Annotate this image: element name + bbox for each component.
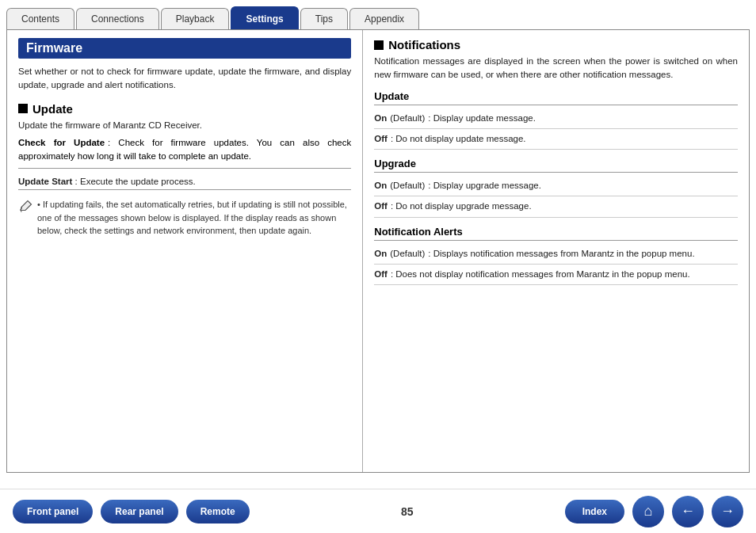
- main-content: Firmware Set whether or not to check for…: [6, 29, 750, 473]
- upgrade-on-row: On (Default) : Display upgrade message.: [374, 176, 738, 196]
- notif-on-label: On: [374, 247, 387, 261]
- update-desc: Update the firmware of Marantz CD Receiv…: [18, 120, 351, 130]
- upgrade-on-desc: : Display upgrade message.: [428, 179, 541, 192]
- upgrade-off-label: Off: [374, 200, 388, 213]
- update-on-label: On: [374, 112, 387, 125]
- upgrade-subsection-heading: Upgrade: [374, 158, 738, 173]
- notif-alerts-subsection-heading: Notification Alerts: [374, 226, 738, 241]
- notif-on-default: (Default): [390, 247, 425, 261]
- notif-off-label: Off: [374, 268, 388, 281]
- pencil-icon: [18, 200, 32, 214]
- update-start-row: Update Start : Execute the update proces…: [18, 173, 351, 190]
- notif-on-desc: : Displays notification messages from Ma…: [428, 247, 694, 261]
- notif-heading-square: [374, 40, 384, 50]
- note-text: • If updating fails, the set automatical…: [37, 198, 351, 238]
- update-heading: Update: [18, 102, 351, 116]
- update-on-row: On (Default) : Display update message.: [374, 109, 738, 129]
- page-number: 85: [258, 505, 557, 518]
- bottom-nav: Front panel Rear panel Remote 85 Index ⌂…: [0, 489, 756, 533]
- update-subsection-heading: Update: [374, 90, 738, 105]
- firmware-intro: Set whether or not to check for firmware…: [18, 65, 351, 93]
- note-section: • If updating fails, the set automatical…: [18, 198, 351, 238]
- notif-on-row: On (Default) : Displays notification mes…: [374, 244, 738, 265]
- update-off-label: Off: [374, 132, 388, 146]
- front-panel-button[interactable]: Front panel: [13, 500, 93, 523]
- remote-button[interactable]: Remote: [186, 500, 250, 523]
- notifications-intro: Notification messages are displayed in t…: [374, 55, 738, 82]
- right-panel: Notifications Notification messages are …: [363, 30, 749, 472]
- back-button[interactable]: ←: [672, 496, 704, 527]
- update-heading-text: Update: [32, 102, 73, 116]
- left-panel: Firmware Set whether or not to check for…: [7, 30, 363, 472]
- home-icon: ⌂: [644, 503, 653, 520]
- update-start-label: Update Start: [18, 177, 72, 186]
- update-on-default: (Default): [390, 112, 425, 125]
- check-update-block: Check for Update: Check for firmware upd…: [18, 136, 351, 169]
- forward-icon: →: [720, 503, 735, 520]
- firmware-title: Firmware: [18, 38, 351, 59]
- upgrade-off-row: Off : Do not display upgrade message.: [374, 196, 738, 217]
- tab-settings[interactable]: Settings: [231, 6, 298, 29]
- notif-off-row: Off : Does not display notification mess…: [374, 265, 738, 285]
- heading-square: [18, 104, 28, 113]
- notif-off-desc: : Does not display notification messages…: [391, 268, 690, 281]
- upgrade-off-desc: : Do not display upgrade message.: [391, 200, 532, 213]
- nav-tabs: Contents Connections Playback Settings T…: [0, 0, 756, 29]
- index-button[interactable]: Index: [565, 500, 624, 523]
- back-icon: ←: [681, 503, 695, 520]
- notifications-heading-text: Notifications: [388, 38, 460, 51]
- update-off-desc: : Do not display update message.: [391, 132, 526, 146]
- upgrade-on-label: On: [374, 179, 387, 192]
- check-update-content: Check for Update: Check for firmware upd…: [18, 136, 351, 164]
- rear-panel-button[interactable]: Rear panel: [101, 500, 178, 523]
- notifications-heading: Notifications: [374, 38, 738, 51]
- check-update-label: Check for Update: [18, 138, 105, 147]
- update-start-desc: : Execute the update process.: [75, 177, 196, 186]
- update-on-desc: : Display update message.: [428, 112, 536, 125]
- home-button[interactable]: ⌂: [632, 496, 664, 527]
- tab-playback[interactable]: Playback: [161, 8, 230, 29]
- tab-appendix[interactable]: Appendix: [349, 8, 419, 29]
- upgrade-on-default: (Default): [390, 179, 425, 192]
- tab-contents[interactable]: Contents: [6, 8, 74, 29]
- tab-tips[interactable]: Tips: [300, 8, 348, 29]
- update-off-row: Off : Do not display update message.: [374, 129, 738, 150]
- tab-connections[interactable]: Connections: [76, 8, 159, 29]
- forward-button[interactable]: →: [712, 496, 743, 527]
